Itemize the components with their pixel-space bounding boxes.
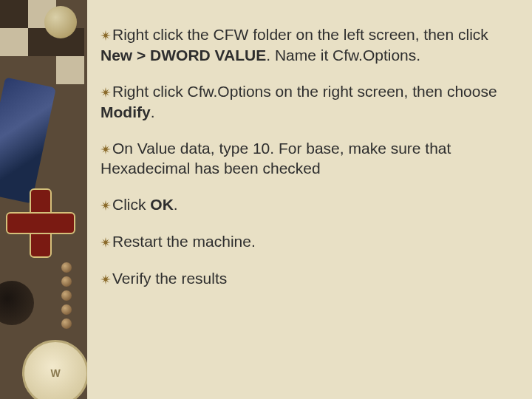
item-text-post: . [151,103,155,120]
list-item: Click OK. [100,195,513,216]
item-text-pre: Restart the machine. [112,233,256,250]
item-text-pre: On Value data, type 10. For base, make s… [100,140,451,177]
beads-icon [52,259,81,347]
list-item: Restart the machine. [100,232,513,253]
list-item: Right click the CFW folder on the left s… [100,25,513,66]
item-text-post: . [174,196,178,213]
starburst-icon [100,83,111,103]
instruction-list: Right click the CFW folder on the left s… [87,0,532,399]
item-text-pre: Right click the CFW folder on the left s… [112,26,488,43]
item-text-pre: Right click Cfw.Options on the right scr… [112,83,497,100]
starburst-icon [100,26,111,46]
item-text-bold: New > DWORD VALUE [100,47,266,64]
starburst-icon [100,233,111,253]
item-text-post: . Name it Cfw.Options. [266,47,420,64]
decorative-sidebar [0,0,87,399]
medal-icon [6,188,72,255]
starburst-icon [100,140,111,160]
compass-icon [22,340,87,399]
item-text-bold: Modify [100,103,151,120]
ribbon-icon [0,77,56,203]
item-text-pre: Click [112,196,150,213]
lens-icon [0,281,34,325]
coin-icon [44,6,77,38]
list-item: Verify the results [100,269,513,290]
item-text-pre: Verify the results [112,270,227,287]
starburst-icon [100,270,111,290]
list-item: Right click Cfw.Options on the right scr… [100,82,513,123]
list-item: On Value data, type 10. For base, make s… [100,139,513,180]
starburst-icon [100,196,111,216]
item-text-bold: OK [150,196,174,213]
